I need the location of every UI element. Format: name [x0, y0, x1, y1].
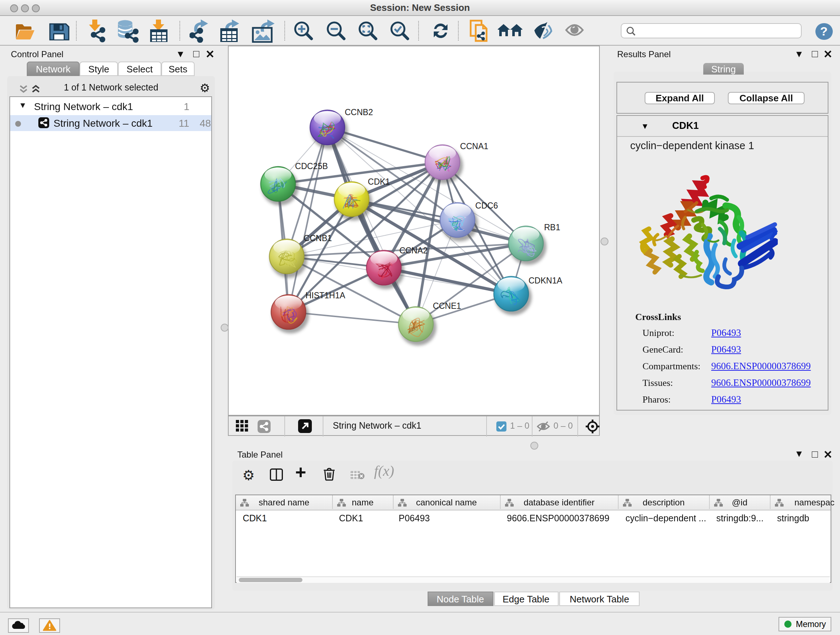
- svg-text:CCNB2: CCNB2: [345, 107, 373, 117]
- svg-text:CCNA2: CCNA2: [399, 245, 428, 255]
- svg-text:CCNE1: CCNE1: [433, 301, 461, 310]
- svg-text:CCNB1: CCNB1: [304, 233, 332, 242]
- svg-text:HIST1H1A: HIST1H1A: [305, 290, 346, 300]
- svg-text:CDK1: CDK1: [368, 177, 390, 186]
- svg-text:CDKN1A: CDKN1A: [529, 276, 562, 285]
- svg-text:CDC6: CDC6: [475, 201, 498, 210]
- svg-text:CCNA1: CCNA1: [460, 141, 488, 150]
- svg-text:CDC25B: CDC25B: [295, 161, 328, 171]
- svg-text:RB1: RB1: [544, 222, 561, 232]
